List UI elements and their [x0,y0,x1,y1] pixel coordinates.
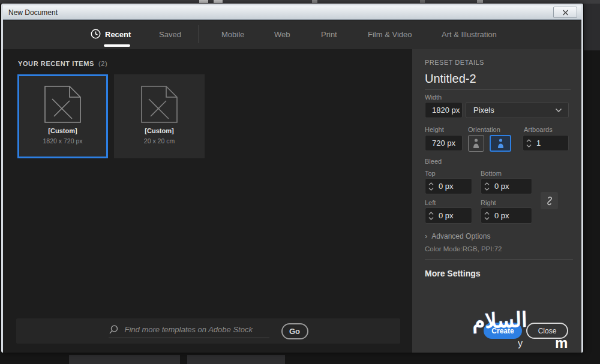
artboards-stepper[interactable]: 1 [523,135,569,151]
recent-items-count: (2) [98,60,107,67]
background-toolbar-icon [477,0,483,3]
tab-art-illustration[interactable]: Art & Illustration [442,30,497,39]
preset-details-heading: PRESET DETAILS [425,59,484,66]
background-toolbar-icon [199,0,208,3]
stepper-arrows-icon[interactable] [484,182,490,191]
watermark-text: y [518,338,523,349]
stepper-arrows-icon[interactable] [428,182,434,191]
document-name-input[interactable]: Untitled-2 [425,72,476,86]
recent-item-card-custom-20x20[interactable]: [Custom] 20 x 20 cm [114,74,205,158]
background-toolbar-icon [420,0,425,3]
document-icon [17,85,108,124]
bleed-right-label: Right [481,199,496,206]
background-toolbar-icon [312,0,317,3]
background-window-panel [69,355,180,364]
bleed-right-stepper[interactable]: 0 px [481,207,532,224]
width-input[interactable]: 1820 px [425,102,463,118]
recent-items-heading: YOUR RECENT ITEMS(2) [18,60,107,67]
close-icon [562,10,569,16]
preset-details-panel: PRESET DETAILS Untitled-2 Width 1820 px … [412,49,581,353]
recent-item-name: [Custom] [17,127,108,134]
chevron-down-icon [555,108,562,113]
dialog-titlebar[interactable]: New Document [3,5,581,20]
orientation-portrait-button[interactable] [468,135,484,152]
bleed-top-stepper[interactable]: 0 px [425,178,472,194]
recent-item-size: 20 x 20 cm [114,137,205,145]
stepper-arrows-icon[interactable] [484,212,490,220]
bleed-top-label: Top [425,170,436,177]
orientation-landscape-button[interactable] [490,135,511,152]
clock-icon [91,29,101,39]
tab-film-video[interactable]: Film & Video [368,30,412,39]
search-icon [109,324,119,335]
artboards-label: Artboards [524,126,553,133]
bleed-bottom-label: Bottom [481,170,502,177]
recent-item-size: 1820 x 720 px [17,137,108,145]
tab-web[interactable]: Web [274,30,290,39]
tab-divider [199,25,199,43]
units-dropdown[interactable]: Pixels [466,102,569,118]
bleed-top-value: 0 px [439,182,454,191]
bleed-left-value: 0 px [439,211,454,220]
dialog-close-button[interactable] [553,7,577,18]
tab-recent[interactable]: Recent [105,30,131,39]
dialog-title: New Document [3,8,58,17]
chevron-right-icon: › [425,231,427,240]
recent-item-name: [Custom] [114,127,205,134]
go-button[interactable]: Go [281,323,308,339]
dialog-close-action-button[interactable]: Close [526,323,568,339]
divider [425,259,573,260]
recent-item-card-custom-1820x720[interactable]: [Custom] 1820 x 720 px [17,74,108,158]
more-settings-link[interactable]: More Settings [425,269,481,278]
landscape-person-icon [497,138,505,149]
bleed-bottom-stepper[interactable]: 0 px [481,178,532,194]
width-label: Width [425,94,442,101]
create-button[interactable]: Create [484,323,522,339]
stepper-arrows-icon[interactable] [526,139,532,148]
background-toolbar-icon [214,0,223,3]
link-icon [545,196,554,206]
recent-items-area: YOUR RECENT ITEMS(2) [Custom] 1820 x 720… [3,49,412,353]
tab-saved[interactable]: Saved [159,30,181,39]
height-input[interactable]: 720 px [425,135,463,151]
bleed-link-button[interactable] [541,192,558,209]
stock-search-input[interactable]: Find more templates on Adobe Stock [109,324,269,338]
new-document-dialog: New Document Recent Saved Mobile Web Pri… [1,4,583,353]
divider [425,89,571,90]
color-mode-summary: Color Mode:RGB, PPI:72 [425,245,502,252]
portrait-person-icon [472,138,480,149]
bleed-bottom-value: 0 px [494,182,509,191]
app-background: New Document Recent Saved Mobile Web Pri… [0,0,600,364]
tab-print[interactable]: Print [321,30,337,39]
background-window-panel [187,355,285,364]
bleed-right-value: 0 px [494,211,509,220]
advanced-options-toggle[interactable]: ›Advanced Options [425,231,490,240]
bleed-left-stepper[interactable]: 0 px [425,207,472,224]
artboards-value: 1 [536,139,541,148]
active-tab-underline [104,44,130,47]
units-selected-value: Pixels [473,106,494,115]
adobe-stock-search-bar: Find more templates on Adobe Stock Go [16,318,400,344]
height-label: Height [425,126,444,133]
stepper-arrows-icon[interactable] [428,212,434,220]
orientation-label: Orientation [468,126,500,133]
tab-mobile[interactable]: Mobile [221,30,244,39]
recent-items-title: YOUR RECENT ITEMS [18,60,94,67]
background-window-area [584,4,600,50]
tab-bar: Recent Saved Mobile Web Print Film & Vid… [3,20,581,49]
bleed-left-label: Left [425,199,436,206]
advanced-options-label: Advanced Options [431,232,490,240]
stock-search-placeholder: Find more templates on Adobe Stock [125,325,253,334]
document-icon [114,85,205,124]
bleed-label: Bleed [425,158,442,165]
